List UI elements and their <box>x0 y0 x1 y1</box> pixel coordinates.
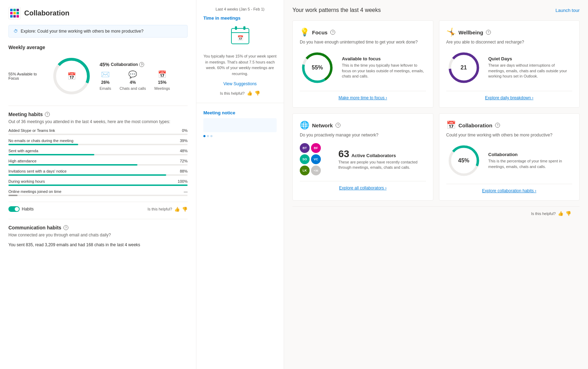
wellbeing-info-icon[interactable]: ? <box>486 30 491 35</box>
svg-rect-4 <box>235 26 237 30</box>
wellbeing-donut: 21 <box>446 50 481 85</box>
habit-row-3: High attendance 72% <box>8 159 188 166</box>
comm-habits-title: Communication habits <box>8 225 61 230</box>
dot-1 <box>203 135 205 137</box>
email-pct: 26% <box>101 80 109 85</box>
weekly-donut: 📅 <box>50 55 93 97</box>
focus-stat-title: Available to focus <box>342 56 426 61</box>
network-stat: 63 Active Collaborators These are people… <box>338 148 426 170</box>
email-icon: ✉️ <box>101 70 110 79</box>
focus-stat: Available to focus This is the time you … <box>342 56 426 79</box>
tim-thumbs-down[interactable]: 👎 <box>255 90 260 96</box>
avatar-bf: BF <box>311 143 321 153</box>
left-panel: Collaboration ⏱ Explore: Could your time… <box>0 0 196 369</box>
habit-bar-fill-1 <box>8 144 78 145</box>
meetings-pct: 15% <box>158 80 167 85</box>
dot-2 <box>207 135 209 137</box>
thumbs-up-icon[interactable]: 👍 <box>174 207 180 212</box>
focus-card-body: 55% Available to focus This is the time … <box>300 50 426 85</box>
collaboration-info-icon[interactable]: ? <box>495 123 500 128</box>
explore-text: Explore: Could your time working with ot… <box>21 29 143 34</box>
chat-icon: 💬 <box>128 70 137 79</box>
collaboration-link[interactable]: Explore collaboration habits › <box>446 184 573 193</box>
page-header: Collaboration <box>8 7 188 19</box>
meetings-icon: 📅 <box>158 70 167 79</box>
period-label: Last 4 weeks (Jan 5 - Feb 1) <box>203 7 277 11</box>
habit-bar-bg-1 <box>8 144 188 145</box>
habit-bar-fill-6 <box>8 195 18 196</box>
comm-habits-section: Communication habits ? How connected are… <box>8 225 188 248</box>
network-card-header: 🌐 Network ? <box>300 121 426 130</box>
network-stat-title: Active Collaborators <box>351 153 396 158</box>
collab-pct-label: 45% <box>458 157 469 164</box>
thumbs-down-icon[interactable]: 👎 <box>182 207 188 212</box>
focus-icon: 💡 <box>300 28 309 37</box>
email-label: Emails <box>100 86 111 90</box>
wellbeing-stat: Quiet Days These are days without interr… <box>488 56 573 79</box>
habit-bar-bg-3 <box>8 164 188 166</box>
habit-bar-fill-4 <box>8 174 166 176</box>
clock-icon: ⏱ <box>14 29 18 34</box>
tim-icon: 📅 <box>203 25 277 49</box>
collaboration-card-header: 📅 Collaboration ? <box>446 121 573 130</box>
launch-tour-button[interactable]: Launch tour <box>555 8 580 13</box>
habits-toggle-row: Habits Is this helpful? 👍 👎 <box>8 202 188 212</box>
collaboration-title: Collaboration <box>459 122 493 128</box>
tim-helpful: Is this helpful? 👍 👎 <box>203 90 277 96</box>
wellbeing-icon: 🤸 <box>446 28 456 37</box>
meeting-notice-title: Meeting notice <box>203 110 277 115</box>
focus-stat-desc: This is the time you typically have left… <box>342 63 426 79</box>
avatar-lk: LK <box>300 166 310 175</box>
meeting-habits-info[interactable]: ? <box>45 112 50 117</box>
habits-helpful-text: Is this helpful? <box>148 207 172 211</box>
comm-habits-subtitle: How connected are you through email and … <box>8 233 188 237</box>
chats-pct: 4% <box>130 80 136 85</box>
wellbeing-stat-title: Quiet Days <box>488 56 573 61</box>
network-card: 🌐 Network ? Do you proactively manage yo… <box>292 113 433 201</box>
page-title: Collaboration <box>24 9 69 17</box>
network-info-icon[interactable]: ? <box>336 123 340 128</box>
focus-link[interactable]: Make more time to focus › <box>300 91 426 100</box>
habit-rows: Added Skype or Teams link 0% No emails o… <box>8 128 188 196</box>
collaboration-card-body: 45% Collaboration This is the percentage… <box>446 143 573 178</box>
toggle-track[interactable] <box>8 206 20 212</box>
weekly-average-section: Weekly average 55% Available to Focus 📅 … <box>8 45 188 97</box>
focus-label: 55% Available to Focus <box>8 72 43 80</box>
habit-pct-3: 72% <box>180 159 188 163</box>
meeting-habits-section: Meeting habits ? Out of 36 meetings you … <box>8 112 188 212</box>
avatar-bt: BT <box>300 143 310 153</box>
collab-right-info: 45% Collaboration ? ✉️ 26% Emails 💬 4% <box>100 62 170 90</box>
focus-donut: 55% <box>300 50 335 85</box>
bottom-thumbs-up[interactable]: 👍 <box>558 211 563 216</box>
habit-label-5: During working hours <box>8 179 45 183</box>
view-suggestions-link[interactable]: View Suggestions <box>203 81 277 86</box>
avatar-so: SO <box>300 154 310 164</box>
tim-thumbs-up[interactable]: 👍 <box>247 90 252 96</box>
tim-desc: You typically have 15% of your week spen… <box>203 53 277 76</box>
avatar-more: +36 <box>311 166 321 175</box>
calendar-center-icon: 📅 <box>67 72 76 80</box>
cards-grid: 💡 Focus ? Do you have enough uninterrupt… <box>292 20 580 201</box>
focus-pct-label: 55% <box>312 65 323 71</box>
work-patterns-header: Your work patterns the last 4 weeks Laun… <box>292 7 580 13</box>
focus-info-icon[interactable]: ? <box>330 30 335 35</box>
bottom-thumbs-down[interactable]: 👎 <box>566 211 571 216</box>
habit-row-4: Invitations sent with a days' notice 88% <box>8 169 188 176</box>
habit-label-6: Online meetings joined on time <box>8 189 61 194</box>
meeting-habits-title: Meeting habits <box>8 112 43 117</box>
comm-habits-info[interactable]: ? <box>63 225 68 230</box>
meeting-notice-card: Meeting notice <box>196 103 284 144</box>
activity-icons: ✉️ 26% Emails 💬 4% Chats and calls 📅 15% <box>100 70 170 90</box>
habit-pct-6: — <box>184 189 188 194</box>
focus-card: 💡 Focus ? Do you have enough uninterrupt… <box>292 20 433 108</box>
wellbeing-link[interactable]: Explore daily breakdown › <box>446 91 573 100</box>
habit-label-4: Invitations sent with a days' notice <box>8 169 67 173</box>
collab-percent: 45% <box>100 62 109 67</box>
toggle-thumb <box>15 207 19 211</box>
svg-rect-5 <box>243 26 245 30</box>
habits-toggle[interactable]: Habits <box>8 206 34 212</box>
collab-info-icon[interactable]: ? <box>139 62 144 67</box>
activity-meetings: 📅 15% Meetings <box>154 70 170 90</box>
network-link[interactable]: Explore all collaborators › <box>300 181 426 190</box>
habit-pct-1: 39% <box>180 139 188 143</box>
